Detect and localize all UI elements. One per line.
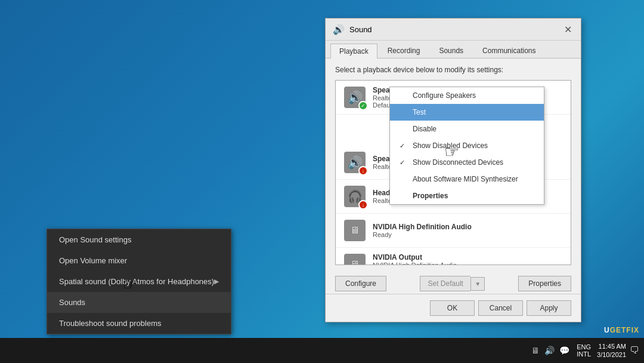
device-icon-headphones: 🎧 ↓	[343, 184, 367, 208]
cancel-button[interactable]: Cancel	[478, 300, 523, 316]
dialog-instruction: Select a playback device below to modify…	[335, 66, 571, 74]
apply-button[interactable]: Apply	[527, 300, 571, 316]
dialog-title-text: Sound	[349, 25, 372, 34]
taskbar-notification-icon[interactable]: 💬	[559, 346, 569, 355]
tab-sounds[interactable]: Sounds	[430, 43, 472, 58]
watermark-u: U	[604, 326, 610, 334]
dcm-show-disconnected[interactable]: ✓ Show Disconnected Devices	[390, 154, 544, 171]
device-list[interactable]: 🔊 ✓ Speakers Realtek High Definition Aud…	[335, 80, 571, 265]
dcm-disable[interactable]: Disable	[390, 121, 544, 137]
ok-button[interactable]: OK	[430, 300, 475, 316]
set-default-button[interactable]: Set Default	[420, 276, 470, 291]
sound-title-icon: 🔊	[333, 24, 345, 35]
dcm-about-midi[interactable]: About Software MIDI Synthesizer	[390, 171, 544, 187]
device-name-nvidia-hd: NVIDIA High Definition Audio	[373, 223, 564, 231]
taskbar-computer-icon: 🖥	[531, 346, 540, 355]
configure-button[interactable]: Configure	[335, 276, 386, 291]
device-context-menu: Configure Speakers Test Disable ✓ Show D…	[389, 87, 544, 205]
device-icon-nvidia-output: 🖥 ↓	[343, 253, 367, 265]
device-icon-speakers-2: 🔊 ↓	[343, 150, 367, 174]
dialog-content: Select a playback device below to modify…	[326, 59, 581, 272]
dialog-title-left: 🔊 Sound	[333, 24, 372, 35]
sound-dialog: 🔊 Sound ✕ Playback Recording Sounds Comm…	[325, 18, 581, 322]
device-icon-speakers-main: 🔊 ✓	[343, 85, 367, 109]
device-item-nvidia-output[interactable]: 🖥 ↓ NVIDIA Output NVIDIA High Definition…	[336, 248, 571, 265]
dialog-tabs: Playback Recording Sounds Communications	[326, 41, 581, 59]
taskbar-date-display: 3/10/2021	[597, 350, 626, 359]
taskbar: 🖥 🔊 💬 ENGINTL 11:45 AM 3/10/2021 🗨	[0, 338, 644, 363]
dialog-close-button[interactable]: ✕	[562, 23, 574, 35]
taskbar-datetime: 11:45 AM 3/10/2021	[597, 342, 626, 359]
context-menu-item-sounds[interactable]: Sounds	[47, 292, 231, 313]
monitor-icon-hd: 🖥	[344, 220, 366, 241]
watermark-getfix: GETFIX	[610, 326, 639, 334]
taskbar-language: ENGINTL	[577, 343, 591, 358]
context-menu-item-open-sound-settings[interactable]: Open Sound settings	[47, 229, 231, 250]
device-desc-nvidia-output: NVIDIA High Definition Audio	[373, 262, 564, 265]
context-menu-item-troubleshoot[interactable]: Troubleshoot sound problems	[47, 313, 231, 334]
dialog-titlebar: 🔊 Sound ✕	[326, 19, 581, 41]
device-item-nvidia-hd[interactable]: 🖥 NVIDIA High Definition Audio Ready	[336, 214, 571, 248]
desktop: Open Sound settings Open Volume mixer Sp…	[0, 0, 644, 363]
status-badge-green: ✓	[358, 101, 368, 110]
status-badge-red-headphones: ↓	[358, 200, 368, 210]
spatial-sound-arrow: ▶	[214, 278, 219, 285]
watermark: UGETFIX	[604, 326, 639, 334]
set-default-arrow-button[interactable]: ▼	[470, 277, 485, 291]
tab-playback[interactable]: Playback	[330, 44, 377, 59]
context-menu-item-open-volume-mixer[interactable]: Open Volume mixer	[47, 250, 231, 271]
context-menu: Open Sound settings Open Volume mixer Sp…	[47, 229, 231, 334]
device-name-nvidia-output: NVIDIA Output	[373, 253, 564, 262]
taskbar-right: 🖥 🔊 💬 ENGINTL 11:45 AM 3/10/2021 🗨	[531, 342, 639, 359]
dcm-show-disabled[interactable]: ✓ Show Disabled Devices	[390, 137, 544, 154]
set-default-dropdown: Set Default ▼	[420, 276, 485, 291]
dcm-properties[interactable]: Properties	[390, 187, 544, 204]
dialog-btn-group-right: OK Cancel Apply	[430, 300, 571, 316]
taskbar-volume-icon[interactable]: 🔊	[544, 346, 555, 355]
device-icon-nvidia-hd: 🖥	[343, 219, 367, 242]
taskbar-icons: 🖥 🔊 💬	[531, 346, 569, 355]
taskbar-action-center[interactable]: 🗨	[630, 345, 639, 356]
dcm-test[interactable]: Test	[390, 104, 544, 121]
monitor-icon-output: 🖥	[344, 254, 366, 265]
dcm-configure-speakers[interactable]: Configure Speakers	[390, 87, 544, 104]
status-badge-red-2: ↓	[358, 166, 368, 176]
tab-recording[interactable]: Recording	[379, 43, 429, 58]
device-status-nvidia-hd: Ready	[373, 231, 564, 238]
tab-communications[interactable]: Communications	[473, 43, 544, 58]
dialog-bottom-buttons: OK Cancel Apply	[326, 294, 581, 322]
device-info-nvidia-output: NVIDIA Output NVIDIA High Definition Aud…	[373, 253, 564, 265]
device-info-nvidia-hd: NVIDIA High Definition Audio Ready	[373, 223, 564, 238]
context-menu-item-spatial-sound[interactable]: Spatial sound (Dolby Atmos for Headphone…	[47, 271, 231, 292]
taskbar-time-display: 11:45 AM	[597, 342, 626, 350]
properties-button[interactable]: Properties	[518, 276, 571, 291]
